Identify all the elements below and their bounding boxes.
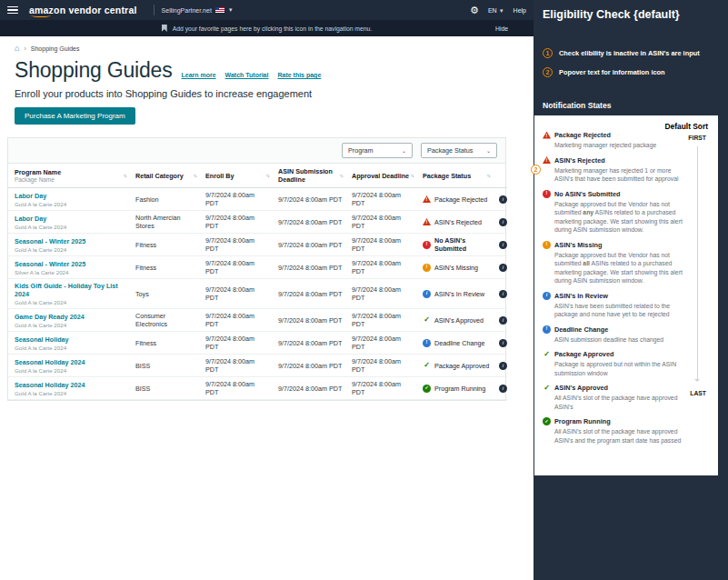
gear-icon[interactable]: ⚙: [470, 5, 479, 16]
retail-category-cell: Fitness: [129, 256, 199, 279]
account-name: SellingPartner.net: [162, 7, 212, 14]
col-asin-submission-deadline: ASIN Submission Deadline↑↓: [272, 164, 345, 188]
first-label: FIRST: [688, 135, 706, 141]
language-selector[interactable]: EN ▼: [488, 7, 504, 14]
chevron-down-icon: ⌄: [402, 147, 406, 154]
notification-state-item: ✓ Program Running All ASIN's slot of the…: [543, 417, 690, 445]
panel-title: Eligibility Check {default}: [534, 0, 728, 21]
info-icon[interactable]: i: [499, 385, 507, 393]
package-status-cell: ✓ Program Running: [423, 385, 490, 393]
table-row: Seasonal - Winter 2025 Gold A la Carte 2…: [8, 234, 507, 256]
sort-icon[interactable]: ↑↓: [411, 173, 414, 178]
retail-category-cell: Fashion: [129, 188, 199, 211]
sort-icon[interactable]: ↑↓: [340, 173, 344, 178]
purchase-marketing-program-button[interactable]: Purchase A Marketing Program: [15, 107, 135, 125]
sort-icon[interactable]: ↑↓: [124, 173, 127, 178]
learn-more-link[interactable]: Learn more: [181, 72, 215, 78]
program-name-link[interactable]: Seasonal Holiday: [15, 335, 126, 344]
program-name-link[interactable]: Seasonal Holiday 2024: [15, 358, 126, 366]
retail-category-cell: Toys: [129, 279, 199, 309]
info-icon[interactable]: i: [499, 290, 507, 298]
package-name: Gold A la Carte 2024: [15, 390, 126, 396]
state-name: Deadline Change: [554, 325, 608, 334]
approval-deadline-cell: 9/7/2024 8:00am PDT: [345, 188, 416, 211]
sort-icon[interactable]: ↑↓: [487, 173, 491, 178]
package-status-cell: ! ASIN's Missing: [423, 264, 490, 272]
asin-deadline-cell: 9/7/2024 8:00am PDT: [272, 377, 345, 400]
amazon-vendor-central-logo[interactable]: amazon vendor central: [29, 5, 146, 15]
breadcrumb-current[interactable]: Shopping Guides: [31, 45, 80, 52]
info-icon[interactable]: i: [499, 241, 507, 249]
info-icon[interactable]: i: [499, 218, 507, 226]
state-description: ASIN's have been submitted related to th…: [554, 302, 689, 319]
watch-tutorial-link[interactable]: Watch Tutorial: [225, 72, 269, 78]
programs-card: Program⌄ Package Status⌄ Program NamePac…: [7, 137, 506, 401]
circle-orange-exclamation-icon: !: [423, 264, 431, 272]
package-name: Gold A la Carte 2024: [15, 367, 126, 374]
sort-icon[interactable]: ↑↓: [266, 173, 270, 178]
rate-this-page-link[interactable]: Rate this page: [277, 72, 321, 78]
state-description: Package is approved but not within the A…: [554, 360, 689, 377]
info-icon[interactable]: i: [499, 316, 507, 325]
triangle-red-icon: !: [423, 195, 431, 203]
page-subtitle: Enroll your products into Shopping Guide…: [0, 83, 534, 99]
asin-deadline-cell: 9/7/2024 8:00am PDT: [272, 234, 345, 256]
program-name-link[interactable]: Seasonal - Winter 2025: [15, 237, 126, 245]
circle-blue-info-icon: i: [423, 290, 431, 298]
table-row: Labor Day Gold A la Carte 2024 North Ame…: [8, 211, 507, 234]
program-name-link[interactable]: Seasonal - Winter 2025: [15, 260, 126, 268]
program-filter-dropdown[interactable]: Program⌄: [342, 143, 413, 158]
program-name-link[interactable]: Game Day Ready 2024: [15, 313, 126, 321]
package-status-filter-dropdown[interactable]: Package Status⌄: [421, 143, 497, 158]
notification-states-title: Notification States: [534, 77, 728, 115]
divider: [154, 5, 155, 15]
col-approval-deadline: Approval Deadline↑↓: [345, 164, 416, 188]
package-name: Gold A la Carte 2024: [15, 299, 126, 305]
circle-red-exclamation-icon: !: [423, 241, 431, 249]
state-description: Package approved but the Vendor has not …: [554, 200, 689, 235]
info-icon[interactable]: i: [499, 339, 507, 347]
number-circle-icon: 2: [531, 165, 541, 175]
status-label: No ASIN's Submitted: [434, 236, 490, 253]
annotation-text: Check elibility is inactive in ASIN's ar…: [559, 49, 700, 57]
enroll-by-cell: 9/7/2024 8:00am PDT: [199, 332, 272, 355]
program-name-link[interactable]: Seasonal Holiday 2024: [15, 381, 126, 389]
notification-state-item: ! No ASIN's Submitted Package approved b…: [543, 190, 690, 235]
package-name: Silver A la Carte 2024: [15, 269, 126, 275]
status-label: Package Approved: [434, 362, 489, 370]
hide-favorites-link[interactable]: Hide: [495, 25, 508, 32]
notification-state-item: ! ASIN's Rejected Marketing manager has …: [543, 156, 690, 184]
hamburger-menu-icon[interactable]: [7, 6, 18, 15]
check-green-icon: ✓: [423, 316, 431, 325]
sort-icon[interactable]: ↑↓: [194, 173, 197, 178]
account-switcher[interactable]: SellingPartner.net ▼: [162, 7, 234, 14]
info-icon[interactable]: i: [499, 264, 507, 272]
table-row: Seasonal Holiday Gold A la Carte 2024 Fi…: [8, 332, 507, 355]
status-label: ASIN's Missing: [434, 264, 478, 272]
vendor-central-app: amazon vendor central SellingPartner.net…: [0, 0, 534, 580]
annotation-item: 1 Check elibility is inactive in ASIN's …: [543, 48, 719, 58]
enroll-by-cell: 9/7/2024 8:00am PDT: [199, 377, 272, 400]
programs-table: Program NamePackage Name ↑↓ Retail Categ…: [8, 164, 507, 400]
info-icon[interactable]: i: [499, 362, 507, 370]
triangle-red-icon: !: [543, 132, 551, 139]
number-circle-icon: 1: [543, 48, 553, 58]
info-icon[interactable]: i: [499, 195, 507, 204]
home-icon[interactable]: ⌂: [15, 45, 19, 53]
triangle-red-icon: !: [543, 156, 551, 164]
col-package-status: Package Status↑↓: [416, 164, 493, 188]
approval-deadline-cell: 9/7/2024 8:00am PDT: [345, 332, 416, 355]
breadcrumb-separator: ›: [24, 45, 25, 52]
triangle-red-icon: !: [423, 218, 431, 225]
state-name: No ASIN's Submitted: [554, 190, 620, 198]
help-link[interactable]: Help: [514, 7, 526, 14]
approval-deadline-cell: 9/7/2024 8:00am PDT: [345, 355, 416, 377]
program-name-link[interactable]: Labor Day: [15, 215, 126, 223]
program-name-link[interactable]: Labor Day: [15, 192, 126, 200]
table-row: Kids Gift Guide - Holiday Toy List 2024 …: [8, 279, 507, 309]
asin-deadline-cell: 9/7/2024 8:00am PDT: [272, 279, 345, 309]
package-status-cell: i ASIN's In Review: [423, 290, 490, 298]
amazon-smile-icon: [31, 14, 51, 17]
program-name-link[interactable]: Kids Gift Guide - Holiday Toy List 2024: [15, 282, 126, 298]
check-green-icon: ✓: [423, 362, 431, 370]
